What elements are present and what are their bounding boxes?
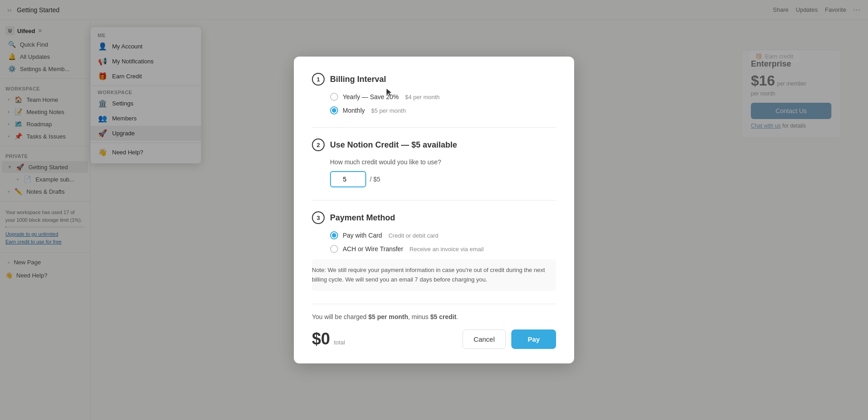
card-label: Pay with Card bbox=[343, 232, 382, 239]
payment-note-text: Note: We still require your payment info… bbox=[312, 267, 545, 283]
section1-header: 1 Billing Interval bbox=[312, 73, 556, 86]
modal-footer: $0 total Cancel Pay bbox=[312, 329, 556, 349]
summary-period: . bbox=[456, 313, 458, 320]
total-label: total bbox=[334, 339, 345, 346]
payment-method-options: Pay with Card Credit or debit card ACH o… bbox=[312, 231, 556, 253]
summary-amount: $5 per month bbox=[368, 313, 408, 320]
ach-radio[interactable] bbox=[330, 245, 338, 253]
yearly-label: Yearly — Save 20% bbox=[343, 93, 399, 100]
step3-circle: 3 bbox=[312, 211, 325, 224]
summary-text: You will be charged $5 per month, minus … bbox=[312, 313, 556, 320]
payment-method-section: 3 Payment Method Pay with Card Credit or… bbox=[312, 211, 556, 291]
yearly-sublabel: $4 per month bbox=[405, 94, 440, 100]
yearly-radio[interactable] bbox=[330, 93, 338, 101]
monthly-sublabel: $5 per month bbox=[371, 107, 406, 114]
notion-credit-section: 2 Use Notion Credit — $5 available How m… bbox=[312, 138, 556, 187]
section2-title: Use Notion Credit — $5 available bbox=[330, 140, 457, 150]
total-amount: $0 bbox=[312, 329, 330, 348]
summary-minus: , minus bbox=[408, 313, 430, 320]
ach-option[interactable]: ACH or Wire Transfer Receive an invoice … bbox=[330, 245, 556, 253]
pay-button[interactable]: Pay bbox=[511, 329, 556, 349]
credit-max-label: / $5 bbox=[370, 176, 380, 183]
credit-amount-input[interactable] bbox=[330, 171, 366, 187]
billing-interval-options: Yearly — Save 20% $4 per month Monthly $… bbox=[312, 93, 556, 115]
summary-prefix: You will be charged bbox=[312, 313, 368, 320]
section3-header: 3 Payment Method bbox=[312, 211, 556, 224]
summary-credit: $5 credit bbox=[430, 313, 457, 320]
credit-input-section: How much credit would you like to use? /… bbox=[312, 158, 556, 187]
ach-label: ACH or Wire Transfer bbox=[343, 245, 403, 253]
billing-modal: 1 Billing Interval Yearly — Save 20% $4 … bbox=[294, 57, 574, 363]
modal-overlay: 1 Billing Interval Yearly — Save 20% $4 … bbox=[0, 0, 868, 420]
step1-circle: 1 bbox=[312, 73, 325, 86]
total-display-row: $0 total bbox=[312, 329, 345, 348]
monthly-option[interactable]: Monthly $5 per month bbox=[330, 106, 556, 115]
section3-title: Payment Method bbox=[330, 213, 395, 223]
payment-note: Note: We still require your payment info… bbox=[312, 259, 556, 291]
monthly-label: Monthly bbox=[343, 107, 365, 114]
cancel-button[interactable]: Cancel bbox=[462, 329, 506, 349]
modal-summary: You will be charged $5 per month, minus … bbox=[312, 304, 556, 320]
footer-buttons: Cancel Pay bbox=[462, 329, 556, 349]
step2-circle: 2 bbox=[312, 138, 325, 151]
card-radio[interactable] bbox=[330, 231, 338, 239]
credit-input-row: / $5 bbox=[330, 171, 556, 187]
credit-question: How much credit would you like to use? bbox=[330, 158, 556, 166]
card-option[interactable]: Pay with Card Credit or debit card bbox=[330, 231, 556, 239]
yearly-option[interactable]: Yearly — Save 20% $4 per month bbox=[330, 93, 556, 101]
section2-header: 2 Use Notion Credit — $5 available bbox=[312, 138, 556, 151]
card-sublabel: Credit or debit card bbox=[388, 232, 439, 239]
ach-sublabel: Receive an invoice via email bbox=[410, 246, 484, 253]
section1-title: Billing Interval bbox=[330, 75, 386, 84]
monthly-radio[interactable] bbox=[330, 106, 338, 115]
billing-interval-section: 1 Billing Interval Yearly — Save 20% $4 … bbox=[312, 73, 556, 115]
